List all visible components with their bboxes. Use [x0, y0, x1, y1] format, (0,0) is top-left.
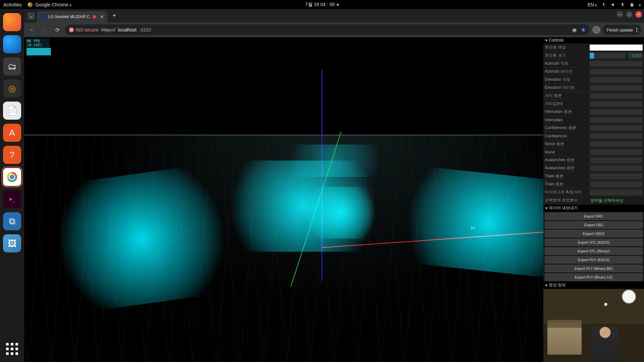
row-label: Confidences: [545, 134, 588, 138]
gui-section-controls[interactable]: ▾ Controls: [543, 37, 644, 44]
value-field[interactable]: [590, 165, 643, 171]
gui-section-label: Controls: [549, 38, 564, 43]
url-port: :4310: [139, 27, 151, 33]
row-azimuth-deg: Azimuth 각도: [543, 60, 644, 68]
export-drc-button[interactable]: Export DRC: [545, 213, 643, 220]
export-usdz-button[interactable]: Export USDZ: [545, 230, 643, 237]
export-ply-be-button[interactable]: Export PLY (Binary BE): [545, 265, 643, 272]
profile-button[interactable]: [593, 26, 600, 34]
activities-button[interactable]: Activities: [3, 2, 22, 7]
window-minimize[interactable]: —: [616, 11, 623, 18]
value-field[interactable]: [590, 181, 643, 187]
window-close[interactable]: ✕: [635, 11, 642, 18]
mic-icon[interactable]: [620, 2, 625, 7]
dock-terminal[interactable]: >_: [3, 190, 21, 208]
battery-icon[interactable]: [630, 2, 634, 7]
value-field[interactable]: [590, 133, 643, 139]
value-field[interactable]: [590, 141, 643, 147]
new-tab-button[interactable]: ＋: [111, 11, 117, 19]
dock-imageviewer[interactable]: 🖼: [3, 234, 21, 252]
row-point-size[interactable]: 포인트 크기 0.027: [543, 52, 644, 60]
window-maximize[interactable]: ▢: [626, 11, 633, 18]
export-obj-button[interactable]: Export OBJ: [545, 221, 643, 229]
show-applications[interactable]: [3, 340, 21, 358]
row-conf: Confidences: [543, 132, 644, 140]
chevron-down-icon: ▾: [545, 283, 547, 288]
dock-rhythmbox[interactable]: ◎: [3, 79, 21, 98]
reload-button[interactable]: ⟳: [52, 25, 62, 35]
clock[interactable]: 7월 18 04 : 00: [305, 2, 335, 8]
value-field[interactable]: [590, 101, 643, 107]
row-label: Intensities: [545, 118, 588, 122]
back-button[interactable]: ←: [27, 25, 37, 35]
export-stl-ascii-button[interactable]: Export STL (ASCII): [545, 239, 643, 246]
gui-section-export[interactable]: ▾ 데이터 내보내기: [543, 204, 644, 212]
value-field[interactable]: [590, 61, 643, 67]
dock-chrome[interactable]: [3, 168, 21, 186]
camera-person: [592, 326, 619, 362]
export-ply-ascii-button[interactable]: Export PLY (ASCII): [545, 256, 643, 263]
slider-value[interactable]: 0.027: [628, 53, 643, 59]
dock-help[interactable]: ?: [3, 146, 21, 164]
gnome-top-panel: Activities Google Chrome 7월 18 04 : 00 E…: [0, 0, 644, 9]
value-field[interactable]: [590, 149, 643, 155]
tab-active[interactable]: LG Innotek MLiDAR C ✕: [37, 11, 107, 22]
dock-files[interactable]: 🗂: [3, 57, 21, 75]
url-protocol: https://: [101, 27, 115, 33]
row-elevation-deg: Elevation 각도: [543, 76, 644, 84]
value-field[interactable]: [590, 117, 643, 123]
dock-screenshot[interactable]: ⧉: [3, 212, 21, 230]
export-ply-le-button[interactable]: Export PLY (Binary LE): [545, 274, 643, 281]
color-swatch[interactable]: [590, 45, 643, 51]
value-field[interactable]: [590, 77, 643, 83]
value-field[interactable]: [590, 189, 643, 195]
network-icon[interactable]: [601, 2, 606, 7]
value-field[interactable]: [590, 109, 643, 115]
lidar-viewport[interactable]: 86 FPS (0-145) 1m ▾ Controls 포인트 색상: [24, 37, 644, 362]
value-field[interactable]: [590, 93, 643, 99]
omnibox[interactable]: Not secure https:// localhost :4310 ▣ ★: [65, 24, 590, 35]
value-field[interactable]: [590, 157, 643, 163]
dock-software[interactable]: A: [3, 124, 21, 142]
value-field[interactable]: [590, 173, 643, 179]
security-indicator[interactable]: Not secure: [69, 27, 99, 33]
row-label: Noise 원본: [545, 141, 588, 147]
system-menu[interactable]: [639, 2, 641, 7]
value-field[interactable]: [590, 125, 643, 131]
url-host: localhost: [118, 27, 137, 33]
tab-close-icon[interactable]: ✕: [100, 14, 104, 19]
gui-section-label: 영상 정보: [549, 282, 566, 288]
slider[interactable]: [590, 53, 626, 59]
chrome-menu-icon[interactable]: [636, 28, 637, 32]
dock-libreoffice[interactable]: 📄: [3, 102, 21, 120]
gui-section-video[interactable]: ▾ 영상 정보: [543, 282, 644, 289]
chevron-down-icon: ▾: [545, 206, 547, 210]
finish-update-button[interactable]: Finish update: [603, 25, 641, 35]
bookmark-icon[interactable]: ★: [581, 26, 586, 34]
row-label: 포인트 색상: [545, 45, 588, 50]
dnd-dot-icon: [337, 4, 339, 6]
forward-button[interactable]: →: [40, 25, 50, 35]
row-point-color[interactable]: 포인트 색상: [543, 44, 644, 52]
screencast-icon[interactable]: ▣: [572, 27, 577, 33]
tab-strip: ⌄ LG Innotek MLiDAR C ✕ ＋ — ▢ ✕: [24, 9, 644, 22]
gui-section-label: 데이터 내보내기: [549, 205, 578, 211]
input-source[interactable]: EN: [588, 2, 597, 7]
chrome-window: ⌄ LG Innotek MLiDAR C ✕ ＋ — ▢ ✕ ← → ⟳ No…: [24, 9, 644, 362]
value-field[interactable]: [590, 69, 643, 75]
tab-search-button[interactable]: ⌄: [28, 12, 35, 20]
dock-thunderbird[interactable]: [3, 35, 21, 53]
volume-icon[interactable]: [611, 2, 615, 7]
gui-panel: ▾ Controls 포인트 색상 포인트 크기 0.027 Azimuth 각…: [543, 37, 644, 362]
app-menu-label: Google Chrome: [35, 2, 68, 7]
value-field[interactable]: [590, 85, 643, 91]
dock-firefox[interactable]: [3, 13, 21, 31]
row-azimuth-rad: Azimuth 라디언: [543, 68, 644, 76]
row-label: 마지막 2개 측정거리: [545, 189, 588, 195]
svg-rect-2: [631, 4, 633, 6]
export-stl-bin-button[interactable]: Export STL (Binary): [545, 247, 643, 255]
app-menu[interactable]: Google Chrome: [28, 2, 71, 7]
row-noise-raw: Noise 원본: [543, 140, 644, 148]
row-conf-raw: Confidences 원본: [543, 124, 644, 132]
camera-preview: [543, 289, 644, 362]
